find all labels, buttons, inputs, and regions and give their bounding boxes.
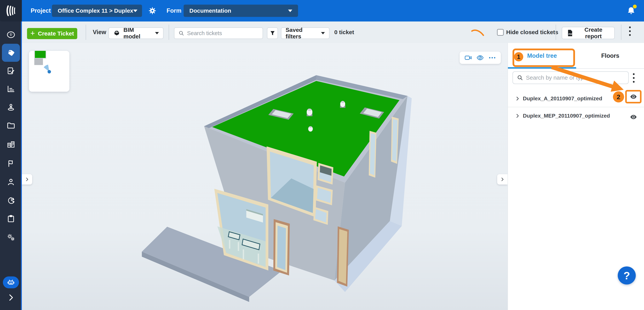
visibility-toggle-duplex-a[interactable] <box>628 93 638 101</box>
ticket-search <box>174 28 263 39</box>
cube-icon <box>113 30 120 37</box>
sidebar-expand-chevron-icon[interactable] <box>0 293 22 302</box>
app-logo[interactable] <box>0 0 22 22</box>
tab-model-tree[interactable]: Model tree <box>508 43 576 69</box>
tree-item-label: Duplex_A_20110907_optimized <box>523 96 602 102</box>
saved-filters-dropdown[interactable]: Saved filters <box>281 28 330 39</box>
view-label: View <box>93 22 106 43</box>
divider <box>508 107 644 107</box>
kebab-menu-icon[interactable] <box>633 73 634 83</box>
location-person-icon[interactable] <box>0 103 22 112</box>
kebab-menu-icon[interactable] <box>629 27 631 36</box>
plus-icon: + <box>30 29 35 37</box>
viewpoint-toolbar <box>460 52 501 64</box>
divider <box>621 25 622 40</box>
model-front-door <box>273 219 290 275</box>
tree-row-duplex-a[interactable]: Duplex_A_20110907_optimized <box>508 90 644 107</box>
clipboard-icon[interactable] <box>0 214 22 223</box>
project-dropdown-value: Office Complex 11 > Duplex <box>58 8 133 14</box>
create-report-button[interactable]: PDF Create report <box>562 27 615 39</box>
tree-item-label: Duplex_MEP_20110907_optimized <box>523 113 610 119</box>
minimap-camera <box>29 51 70 92</box>
chevron-down-icon <box>133 10 138 12</box>
chevron-down-icon <box>288 10 292 12</box>
bim-model-3d-view <box>22 43 508 310</box>
visibility-eye-icon[interactable] <box>476 54 484 62</box>
chevron-expand-icon[interactable] <box>515 113 520 119</box>
tickets-toolbar: + Create Ticket View BIM model Saved fil… <box>22 22 644 43</box>
create-ticket-button[interactable]: + Create Ticket <box>27 28 77 39</box>
levels-icon[interactable] <box>0 84 22 94</box>
view-mode-dropdown[interactable]: BIM model <box>108 28 164 39</box>
flag-icon[interactable] <box>0 159 22 168</box>
model-tree-panel: Model tree Floors Duplex_A_20110907_opti… <box>508 43 644 310</box>
ticket-count: 0 ticket <box>334 22 354 43</box>
buildings-icon[interactable] <box>0 140 22 149</box>
ticket-search-input[interactable] <box>187 30 259 37</box>
top-bar: Project Office Complex 11 > Duplex Form … <box>0 0 644 22</box>
project-dropdown[interactable]: Office Complex 11 > Duplex <box>52 5 142 17</box>
annotation-curl <box>470 27 487 38</box>
tree-row-duplex-mep[interactable]: Duplex_MEP_20110907_optimized <box>508 107 644 124</box>
dashboard-gauge-icon[interactable] <box>0 30 22 39</box>
robot-assistant-icon[interactable] <box>0 278 22 287</box>
right-panel-expand-tab[interactable] <box>497 174 508 185</box>
folder-icon[interactable] <box>0 121 22 130</box>
view-mode-value: BIM model <box>124 27 148 40</box>
search-icon <box>178 30 184 36</box>
pdf-file-icon: PDF <box>566 29 574 37</box>
camera-icon[interactable] <box>464 54 472 62</box>
funnel-icon <box>269 30 276 37</box>
notifications-bell-icon[interactable] <box>626 6 636 17</box>
form-dropdown[interactable]: Documentation <box>184 5 298 17</box>
saved-filters-label: Saved filters <box>286 27 314 40</box>
form-dropdown-value: Documentation <box>189 8 231 14</box>
hide-closed-label: Hide closed tickets <box>506 22 558 43</box>
notification-dot <box>633 5 637 9</box>
pdf-badge: PDF <box>568 33 572 35</box>
chevron-right-icon <box>500 177 505 182</box>
tab-floors[interactable]: Floors <box>576 43 644 69</box>
create-report-label: Create report <box>577 27 610 40</box>
person-icon[interactable] <box>0 177 22 187</box>
sheet-markup-icon[interactable] <box>0 66 22 76</box>
visibility-toggle-duplex-mep[interactable] <box>628 113 638 121</box>
gears-icon[interactable] <box>0 233 22 242</box>
hide-closed-checkbox[interactable] <box>497 29 504 36</box>
chevron-down-icon <box>321 32 325 34</box>
divider <box>86 25 86 40</box>
app-sidebar <box>0 0 22 310</box>
filter-button[interactable] <box>267 28 278 39</box>
model-search-input[interactable] <box>526 74 624 81</box>
search-icon <box>517 74 523 81</box>
settings-gear-icon[interactable] <box>148 6 157 16</box>
help-button[interactable]: ? <box>618 266 636 284</box>
chevron-down-icon <box>155 32 159 34</box>
chevron-right-icon <box>24 177 30 182</box>
bim-3d-viewport[interactable] <box>22 43 508 310</box>
model-search <box>512 71 629 84</box>
divider <box>169 25 169 40</box>
minimap[interactable] <box>29 51 70 92</box>
tab-divider <box>576 68 644 69</box>
ellipsis-icon[interactable] <box>488 54 496 62</box>
tickets-tag-icon[interactable] <box>0 48 22 58</box>
panel-tabs: Model tree Floors <box>508 43 644 69</box>
active-tab-underline <box>508 67 576 69</box>
create-ticket-label: Create Ticket <box>38 30 74 37</box>
form-label: Form <box>166 7 182 14</box>
pie-chart-icon[interactable] <box>0 196 22 205</box>
divider <box>556 25 556 40</box>
chevron-expand-icon[interactable] <box>515 96 520 101</box>
left-panel-expand-tab[interactable] <box>22 174 32 185</box>
project-label: Project <box>31 7 51 14</box>
